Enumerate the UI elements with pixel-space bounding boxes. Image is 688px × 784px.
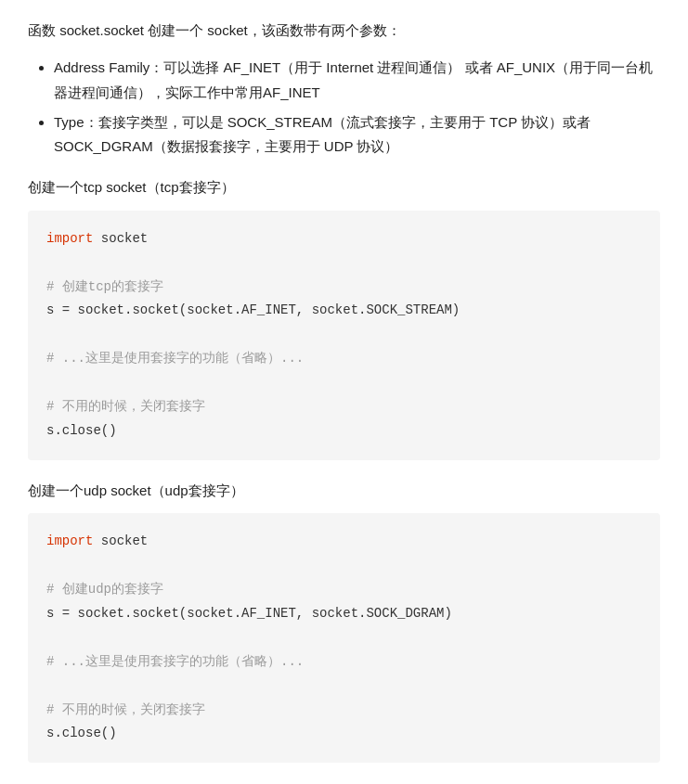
- tcp-line-1: import socket: [46, 227, 642, 251]
- udp-line-empty-2: [46, 626, 642, 650]
- udp-comment-3: # 不用的时候，关闭套接字: [46, 699, 642, 723]
- udp-line-empty-1: [46, 554, 642, 578]
- param-af-text: Address Family：可以选择 AF_INET（用于 Internet …: [54, 59, 653, 99]
- tcp-code-block: import socket # 创建tcp的套接字 s = socket.soc…: [28, 211, 660, 460]
- tcp-close-code: s.close(): [46, 419, 642, 443]
- param-type: Type：套接字类型，可以是 SOCK_STREAM（流式套接字，主要用于 TC…: [54, 110, 660, 160]
- tcp-comment-1: # 创建tcp的套接字: [46, 276, 642, 300]
- tcp-comment-2: # ...这里是使用套接字的功能（省略）...: [46, 347, 642, 371]
- tcp-line-empty-1: [46, 251, 642, 276]
- param-type-text: Type：套接字类型，可以是 SOCK_STREAM（流式套接字，主要用于 TC…: [54, 114, 591, 154]
- udp-comment-2: # ...这里是使用套接字的功能（省略）...: [46, 650, 642, 675]
- tcp-import-module: socket: [101, 231, 148, 246]
- tcp-line-socket: s = socket.socket(socket.AF_INET, socket…: [46, 299, 642, 323]
- tcp-socket-code: s = socket.socket(socket.AF_INET, socket…: [46, 302, 460, 317]
- tcp-section-title: 创建一个tcp socket（tcp套接字）: [28, 175, 660, 199]
- udp-import-module: socket: [101, 533, 148, 548]
- param-address-family: Address Family：可以选择 AF_INET（用于 Internet …: [54, 56, 660, 105]
- params-list: Address Family：可以选择 AF_INET（用于 Internet …: [28, 56, 660, 159]
- udp-socket-code: s = socket.socket(socket.AF_INET, socket…: [46, 606, 452, 621]
- udp-section-title: 创建一个udp socket（udp套接字）: [28, 479, 660, 503]
- udp-close-code: s.close(): [46, 722, 642, 746]
- udp-import-keyword: import: [46, 533, 93, 548]
- tcp-line-empty-2: [46, 323, 642, 347]
- udp-code-block: import socket # 创建udp的套接字 s = socket.soc…: [28, 513, 660, 763]
- tcp-comment-3: # 不用的时候，关闭套接字: [46, 395, 642, 419]
- udp-line-empty-3: [46, 675, 642, 699]
- udp-comment-1: # 创建udp的套接字: [46, 578, 642, 602]
- udp-line-socket: s = socket.socket(socket.AF_INET, socket…: [46, 602, 642, 626]
- tcp-line-empty-3: [46, 371, 642, 395]
- udp-line-1: import socket: [46, 530, 642, 554]
- intro-text: 函数 socket.socket 创建一个 socket，该函数带有两个参数：: [28, 19, 660, 43]
- tcp-import-keyword: import: [46, 231, 93, 246]
